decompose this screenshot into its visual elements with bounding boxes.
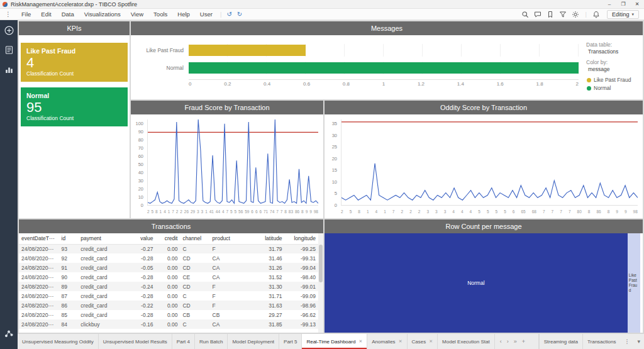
page-tab[interactable]: Model Deployment	[228, 334, 279, 349]
last-tab-icon[interactable]: »	[511, 338, 519, 345]
table-row[interactable]: 24/08/2020⋯89credit_card-0.240.00CDF31.3…	[19, 282, 318, 291]
undo-icon[interactable]: ↺	[224, 11, 234, 18]
bar[interactable]	[189, 45, 306, 56]
treemap-segment[interactable]: Normal	[325, 233, 628, 333]
oddity-score-line-chart[interactable]: 3530252015105025814172223334445555665687…	[325, 114, 643, 218]
kpis-panel-title[interactable]: KPIs	[19, 21, 130, 35]
data-tab[interactable]: Transactions	[582, 334, 621, 349]
table-row[interactable]: 24/08/2020⋯92credit_card-0.280.00CDCA31.…	[19, 253, 318, 263]
bell-icon[interactable]	[591, 9, 602, 19]
comment-icon[interactable]	[532, 9, 543, 19]
y-tick-label: 70	[131, 146, 146, 150]
rowcount-treemap[interactable]: NormalLike Past Fraud	[325, 233, 643, 333]
table-cell: CA	[210, 253, 246, 263]
messages-panel-title[interactable]: Messages	[131, 21, 643, 35]
y-tick-label: 35	[325, 121, 340, 126]
x-tick-label: 1	[205, 209, 208, 216]
table-row[interactable]: 24/08/2020⋯86credit_card-0.220.00CDF31.6…	[19, 301, 318, 310]
data-table-value[interactable]: Transactions	[588, 48, 639, 55]
kebab-menu-icon[interactable]: ⋮	[0, 11, 16, 18]
page-tab[interactable]: Unsupervised Measuring Oddity	[18, 334, 99, 349]
scrollbar-thumb[interactable]	[319, 245, 323, 282]
x-tick-label: 7	[226, 209, 228, 216]
plot-area[interactable]	[341, 119, 638, 206]
page-tab[interactable]: Cases✕	[408, 334, 438, 349]
page-tab[interactable]: Unsupervised Model Results	[99, 334, 172, 349]
table-cell: -99.04	[285, 263, 318, 272]
page-tab[interactable]: Anomalies✕	[367, 334, 407, 349]
messages-legend-panel: Data table: Transactions Color by: messa…	[585, 35, 643, 99]
oddity-score-panel-title[interactable]: Oddity Score by Transaction	[325, 101, 643, 114]
menu-file[interactable]: File	[16, 9, 36, 20]
table-header: eventDateT⋯idpaymentvaluecreditchannelpr…	[19, 233, 318, 244]
menu-tools[interactable]: Tools	[148, 9, 172, 20]
search-icon[interactable]	[519, 9, 531, 19]
column-header[interactable]: payment	[78, 233, 125, 244]
transactions-table[interactable]: eventDateT⋯idpaymentvaluecreditchannelpr…	[19, 233, 318, 329]
menu-help[interactable]: Help	[172, 9, 195, 20]
table-scrollbar[interactable]	[318, 233, 323, 333]
visualization-types-icon[interactable]	[4, 64, 14, 75]
column-header[interactable]: product	[210, 233, 246, 244]
rowcount-panel-title[interactable]: Row Count per message	[325, 219, 643, 233]
close-button[interactable]: ✕	[630, 0, 644, 8]
legend-item[interactable]: Like Past Fraud	[587, 77, 639, 83]
bookmark-icon[interactable]	[545, 9, 556, 19]
close-icon[interactable]: ✕	[429, 339, 433, 344]
column-header[interactable]: value	[125, 233, 155, 244]
gear-icon[interactable]	[570, 9, 581, 19]
menu-view[interactable]: View	[126, 9, 148, 20]
x-tick-label: 6	[513, 209, 515, 216]
close-icon[interactable]: ✕	[358, 339, 362, 344]
x-tick-label: 0.6	[303, 81, 310, 87]
table-row[interactable]: 24/08/2020⋯90credit_card-0.280.00CECA31.…	[19, 272, 318, 282]
menu-user[interactable]: User	[195, 9, 218, 20]
close-icon[interactable]: ✕	[399, 339, 402, 344]
menu-data[interactable]: Data	[57, 9, 79, 20]
page-tab[interactable]: Run Batch	[195, 334, 228, 349]
add-visualization-icon[interactable]	[4, 25, 14, 36]
column-header[interactable]: eventDateT⋯	[19, 233, 59, 244]
kpi-card[interactable]: Like Past Fraud4Classification Count	[21, 43, 128, 82]
menu-edit[interactable]: Edit	[36, 9, 56, 20]
column-header[interactable]: credit	[155, 233, 180, 244]
table-row[interactable]: 24/08/2020⋯91credit_card-0.050.00CDCA31.…	[19, 263, 318, 272]
page-tab[interactable]: Part 4	[172, 334, 195, 349]
data-panel-icon[interactable]	[4, 45, 14, 55]
maximize-button[interactable]: ❐	[616, 0, 630, 8]
kpi-card[interactable]: Normal95Classification Count	[21, 87, 128, 126]
plot-area[interactable]	[147, 119, 318, 206]
messages-bar-chart[interactable]: Like Past FraudNormal00.20.40.60.811.21.…	[131, 35, 585, 99]
menu-visualizations[interactable]: Visualizations	[79, 9, 126, 20]
column-header[interactable]: latitude	[246, 233, 285, 244]
column-header[interactable]: channel	[180, 233, 209, 244]
filter-icon[interactable]	[557, 9, 569, 19]
table-row[interactable]: 24/08/2020⋯93credit_card-0.270.00CF31.79…	[19, 244, 318, 253]
minimize-button[interactable]: –	[602, 0, 616, 8]
column-header[interactable]: id	[59, 233, 79, 244]
table-row[interactable]: 24/08/2020⋯87credit_card-0.280.00CF31.71…	[19, 291, 318, 301]
page-tab[interactable]: Real-Time Dashboard✕	[302, 334, 367, 349]
column-header[interactable]: longitude	[285, 233, 318, 244]
fraud-score-line-chart[interactable]: 1009080706050403020100258141722262933141…	[131, 114, 323, 218]
kebab-menu-icon[interactable]: ⋮	[620, 334, 633, 349]
treemap-segment[interactable]: Like Past Fraud	[628, 233, 640, 333]
fraud-score-panel-title[interactable]: Fraud Score by Transaction	[131, 101, 323, 114]
page-tab[interactable]: Model Execution Stat	[438, 334, 495, 349]
legend-item[interactable]: Normal	[587, 85, 639, 91]
prev-tab-icon[interactable]: ‹	[497, 338, 504, 345]
add-page-icon[interactable]: +	[519, 338, 528, 345]
data-canvas-icon[interactable]	[0, 328, 18, 339]
data-tab[interactable]: Streaming data	[539, 334, 582, 349]
x-tick-label: 5	[504, 209, 506, 216]
redo-icon[interactable]: ↻	[235, 11, 245, 18]
transactions-panel-title[interactable]: Transactions	[19, 219, 323, 233]
next-tab-icon[interactable]: ›	[504, 338, 511, 345]
page-tab[interactable]: Part 5	[279, 334, 302, 349]
table-row[interactable]: 24/08/2020⋯84clickbuy-0.160.00CCA31.85-9…	[19, 319, 318, 329]
table-row[interactable]: 24/08/2020⋯85credit_card-0.280.00CBCB29.…	[19, 310, 318, 319]
chevron-down-icon[interactable]: ▾	[633, 334, 644, 349]
color-by-value[interactable]: message	[588, 66, 639, 72]
bar[interactable]	[189, 62, 579, 74]
editing-mode-dropdown[interactable]: Editing ▾	[607, 10, 639, 19]
